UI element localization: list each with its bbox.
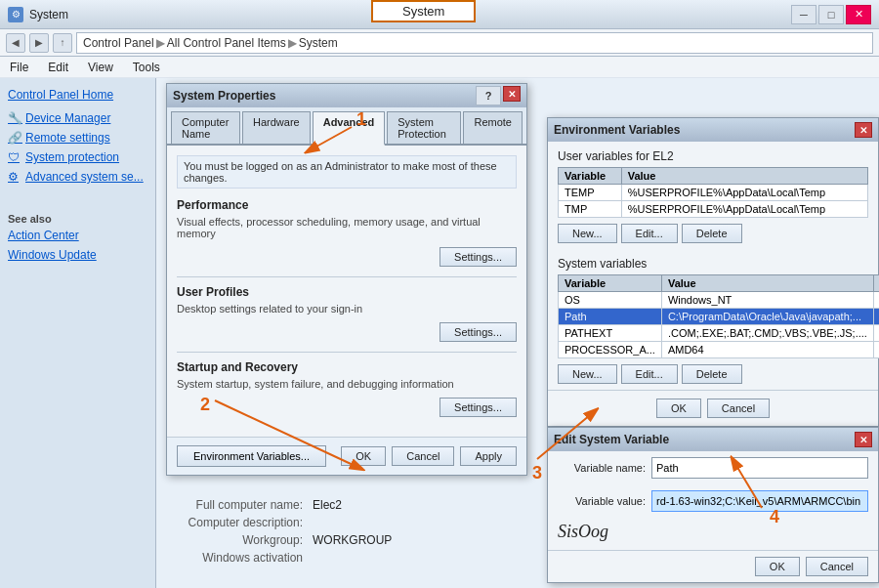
performance-settings-row: Settings...: [177, 247, 517, 267]
env-cancel-button[interactable]: Cancel: [707, 399, 770, 418]
sidebar-windows-update[interactable]: Windows Update: [8, 248, 147, 262]
tab-hardware[interactable]: Hardware: [242, 111, 311, 144]
sys-props-help-button[interactable]: ?: [476, 86, 501, 105]
user-var-tmp-value: %USERPROFILE%\AppData\Local\Temp: [621, 201, 867, 218]
forward-button[interactable]: ▶: [29, 33, 49, 53]
edit-var-title: Edit System Variable: [554, 433, 669, 446]
var-name-input[interactable]: [651, 457, 868, 479]
env-vars-close-button[interactable]: ✕: [855, 122, 872, 138]
edit-var-cancel-button[interactable]: Cancel: [806, 557, 868, 576]
env-vars-dialog: Environment Variables ✕ User variables f…: [547, 117, 879, 427]
system-properties-dialog: System Properties ? ✕ Computer Name Hard…: [166, 83, 527, 476]
user-var-row-tmp: TMP %USERPROFILE%\AppData\Local\Temp: [559, 201, 868, 218]
content-area: Full computer name: Elec2 Computer descr…: [156, 78, 879, 588]
maximize-button[interactable]: □: [818, 5, 844, 24]
close-button[interactable]: ✕: [846, 5, 871, 24]
info-row-computer-name: Full computer name: Elec2: [176, 498, 392, 512]
system-props-cancel-button[interactable]: Cancel: [392, 446, 454, 466]
system-info: Full computer name: Elec2 Computer descr…: [166, 498, 401, 568]
edit-var-ok-button[interactable]: OK: [755, 557, 800, 576]
address-bar: ◀ ▶ ↑ Control Panel ▶ All Control Panel …: [0, 29, 879, 57]
sidebar-cp-home[interactable]: Control Panel Home: [8, 88, 147, 102]
user-var-col-variable: Variable: [559, 168, 622, 185]
info-row-workgroup: Workgroup: WORKGROUP: [176, 533, 392, 547]
system-props-title: System Properties: [173, 89, 275, 103]
system-title-highlight: System: [371, 0, 476, 22]
sys-var-processor-name: PROCESSOR_A...: [559, 342, 662, 358]
menu-view[interactable]: View: [84, 61, 117, 74]
edit-var-close-button[interactable]: ✕: [855, 432, 872, 447]
env-ok-button[interactable]: OK: [656, 399, 701, 418]
menu-tools[interactable]: Tools: [129, 61, 164, 74]
sys-var-pathext-value: .COM;.EXE;.BAT;.CMD;.VBS;.VBE;.JS;....: [661, 325, 873, 342]
tab-remote[interactable]: Remote: [463, 111, 523, 144]
tab-system-protection[interactable]: System Protection: [387, 111, 461, 144]
info-row-windows-activation: Windows activation: [176, 551, 392, 565]
system-props-tabs: Computer Name Hardware Advanced System P…: [167, 107, 526, 146]
user-new-button[interactable]: New...: [558, 224, 617, 243]
sidebar-item-remote-settings[interactable]: 🔗 Remote settings: [8, 131, 147, 145]
user-profiles-settings-button[interactable]: Settings...: [440, 322, 517, 342]
sys-var-os-value: Windows_NT: [661, 292, 873, 309]
user-edit-button[interactable]: Edit...: [621, 224, 678, 243]
sidebar-item-device-manager[interactable]: 🔧 Device Manager: [8, 111, 147, 125]
edit-var-title-bar: Edit System Variable ✕: [548, 428, 878, 451]
user-var-col-value: Value: [621, 168, 867, 185]
workgroup-value: WORKGROUP: [313, 533, 392, 547]
sys-vars-btn-row: New... Edit... Delete: [548, 358, 878, 390]
edit-var-dialog: Edit System Variable ✕ Variable name: Va…: [547, 427, 879, 583]
tab-advanced[interactable]: Advanced: [313, 111, 386, 146]
main-layout: Control Panel Home 🔧 Device Manager 🔗 Re…: [0, 78, 879, 588]
sys-var-row-processor: PROCESSOR_A... AMD64 ▼: [559, 342, 880, 358]
breadcrumb-all: All Control Panel Items: [167, 36, 286, 50]
user-var-tmp-name: TMP: [559, 201, 622, 218]
var-value-label: Variable value:: [558, 495, 646, 507]
svg-text:3: 3: [532, 463, 542, 483]
sys-new-button[interactable]: New...: [558, 364, 617, 384]
sidebar-item-advanced-system[interactable]: ⚙ Advanced system se...: [8, 170, 147, 184]
startup-recovery-header: Startup and Recovery: [177, 360, 517, 374]
device-manager-icon: 🔧: [8, 111, 21, 125]
windows-activation-label: Windows activation: [176, 551, 303, 565]
menu-edit[interactable]: Edit: [44, 61, 72, 74]
computer-name-value: Elec2: [313, 498, 342, 512]
sys-var-pathext-name: PATHEXT: [559, 325, 662, 342]
performance-desc: Visual effects, processor scheduling, me…: [177, 216, 517, 239]
sys-var-row-path: Path C:\ProgramData\Oracle\Java\javapath…: [559, 309, 880, 325]
sys-var-processor-value: AMD64: [661, 342, 873, 358]
var-name-label: Variable name:: [558, 462, 646, 474]
sidebar-action-center[interactable]: Action Center: [8, 229, 147, 242]
see-also-title: See also: [8, 213, 147, 225]
address-box[interactable]: Control Panel ▶ All Control Panel Items …: [76, 32, 873, 54]
edit-var-footer: OK Cancel: [548, 550, 878, 582]
var-value-input[interactable]: [651, 490, 868, 512]
user-delete-button[interactable]: Delete: [682, 224, 742, 243]
sidebar-label-system-protection: System protection: [25, 150, 119, 164]
tab-computer-name[interactable]: Computer Name: [171, 111, 240, 144]
user-vars-btn-row: New... Edit... Delete: [548, 218, 878, 249]
system-props-apply-button[interactable]: Apply: [460, 446, 517, 466]
system-props-content: You must be logged on as an Administrato…: [167, 146, 526, 437]
sidebar-item-system-protection[interactable]: 🛡 System protection: [8, 150, 147, 164]
back-button[interactable]: ◀: [6, 33, 25, 53]
startup-recovery-settings-button[interactable]: Settings...: [440, 398, 517, 417]
signature-text: SisOog: [548, 518, 878, 550]
up-button[interactable]: ↑: [53, 33, 72, 53]
sidebar: Control Panel Home 🔧 Device Manager 🔗 Re…: [0, 78, 156, 588]
info-row-computer-desc: Computer description:: [176, 516, 392, 529]
sys-edit-button[interactable]: Edit...: [621, 364, 678, 384]
user-vars-table: Variable Value TEMP %USERPROFILE%\AppDat…: [558, 167, 868, 218]
sys-delete-button[interactable]: Delete: [682, 364, 742, 384]
sidebar-label-device-manager: Device Manager: [25, 111, 110, 125]
sys-vars-table: Variable Value ▲ OS Windows_NT Path: [558, 274, 879, 358]
menu-file[interactable]: File: [6, 61, 32, 74]
sys-var-path-name: Path: [559, 309, 662, 325]
performance-settings-button[interactable]: Settings...: [440, 247, 517, 267]
breadcrumb-cp: Control Panel: [83, 36, 154, 50]
env-vars-button[interactable]: Environment Variables...: [177, 445, 326, 467]
minimize-button[interactable]: ─: [791, 5, 816, 24]
system-props-title-bar: System Properties ? ✕: [167, 84, 526, 107]
user-var-temp-name: TEMP: [559, 185, 622, 201]
sys-props-close-button[interactable]: ✕: [503, 86, 521, 102]
system-props-ok-button[interactable]: OK: [341, 446, 386, 466]
